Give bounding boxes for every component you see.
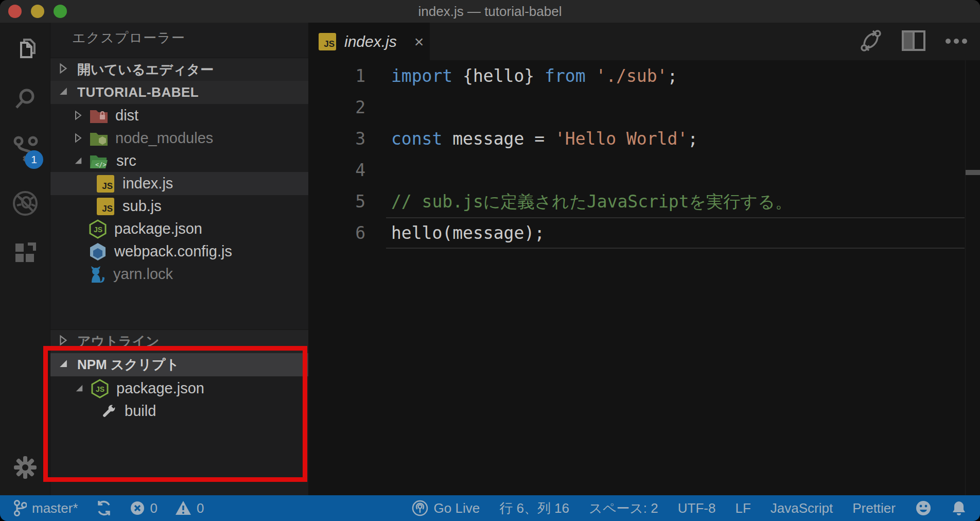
svg-text:</>: </>	[95, 161, 107, 168]
encoding-status[interactable]: UTF-8	[678, 500, 716, 516]
warnings-status[interactable]: 0	[175, 500, 204, 516]
nodejs-icon: JS	[89, 219, 107, 239]
sync-button[interactable]	[96, 500, 112, 516]
git-branch-status[interactable]: master*	[13, 499, 78, 517]
files-icon	[12, 36, 39, 62]
current-line-highlight	[386, 217, 965, 249]
extensions-view-button[interactable]	[0, 239, 50, 268]
yarn-icon	[89, 265, 106, 284]
tree-item-index-js[interactable]: JS index.js	[50, 172, 308, 195]
extensions-icon	[12, 240, 38, 266]
sidebar-title: エクスプローラー	[72, 23, 185, 49]
search-view-button[interactable]	[0, 84, 50, 113]
tree-item-node-modules[interactable]: node_modules	[50, 127, 308, 150]
broadcast-icon	[411, 499, 429, 517]
cursor-position[interactable]: 行 6、列 16	[499, 499, 569, 517]
language-mode-status[interactable]: JavaScript	[771, 500, 833, 516]
error-circle-icon	[130, 500, 145, 516]
window-title: index.js — tutorial-babel	[0, 0, 980, 23]
tree-item-dist[interactable]: dist	[50, 104, 308, 127]
explorer-sidebar: エクスプローラー 開いているエディター TUTORIAL-BABEL dist	[50, 23, 308, 495]
js-file-icon: JS	[319, 33, 336, 50]
notifications-button[interactable]	[951, 500, 967, 516]
code-editor[interactable]: 1import {hello} from './sub'; 2 3const m…	[308, 60, 966, 495]
js-file-icon: JS	[97, 175, 114, 193]
formatter-status[interactable]: Prettier	[852, 500, 896, 516]
minimize-window-button[interactable]	[31, 5, 44, 18]
code-line-5[interactable]: 5// sub.jsに定義されたJavaScriptを実行する。	[308, 186, 966, 217]
bell-icon	[951, 500, 967, 516]
project-root-header[interactable]: TUTORIAL-BABEL	[50, 81, 308, 104]
overview-ruler	[965, 60, 966, 495]
tab-index-js[interactable]: JS index.js ×	[308, 23, 430, 60]
js-file-icon: JS	[97, 198, 114, 215]
chevron-right-icon	[58, 62, 69, 78]
zoom-window-button[interactable]	[54, 5, 67, 18]
editor-actions	[860, 23, 968, 60]
folder-dist-icon	[90, 108, 108, 124]
code-line-1[interactable]: 1import {hello} from './sub';	[308, 60, 966, 92]
chevron-right-icon	[73, 107, 83, 124]
errors-status[interactable]: 0	[130, 500, 157, 516]
vscode-window: index.js — tutorial-babel 1	[0, 0, 980, 521]
go-live-button[interactable]: Go Live	[411, 499, 480, 517]
open-editors-header[interactable]: 開いているエディター	[50, 58, 308, 82]
debug-view-button[interactable]	[0, 189, 50, 218]
split-editor-icon[interactable]	[902, 30, 925, 53]
smiley-icon	[915, 500, 932, 516]
traffic-lights	[8, 5, 67, 18]
chevron-expanded-icon	[58, 84, 69, 100]
scrollbar-decoration[interactable]	[966, 170, 980, 175]
close-window-button[interactable]	[8, 5, 22, 18]
feedback-button[interactable]	[915, 500, 932, 516]
chevron-right-icon	[73, 130, 83, 147]
close-tab-icon[interactable]: ×	[414, 33, 424, 50]
code-line-4[interactable]: 4	[308, 154, 966, 186]
search-icon	[12, 85, 39, 112]
tree-item-webpack-config[interactable]: webpack.config.js	[50, 240, 308, 263]
webpack-icon	[89, 242, 107, 262]
sync-icon	[96, 500, 112, 516]
svg-text:JS: JS	[94, 225, 102, 234]
tab-label: index.js	[344, 33, 397, 50]
tree-item-src[interactable]: </> src	[50, 149, 308, 172]
titlebar: index.js — tutorial-babel	[0, 0, 980, 23]
gear-icon	[12, 454, 39, 481]
tree-item-yarn-lock[interactable]: yarn.lock	[50, 263, 308, 286]
chevron-expanded-icon	[73, 152, 83, 169]
settings-button[interactable]	[0, 453, 50, 482]
open-changes-icon[interactable]	[860, 29, 882, 55]
annotation-highlight-box	[43, 346, 307, 482]
eol-status[interactable]: LF	[735, 500, 750, 516]
code-line-2[interactable]: 2	[308, 92, 966, 123]
code-line-6-current[interactable]: 6hello(message);	[308, 217, 966, 249]
code-line-3[interactable]: 3const message = 'Hello World';	[308, 123, 966, 154]
source-control-view-button[interactable]: 1	[0, 136, 50, 165]
indentation-status[interactable]: スペース: 2	[589, 499, 658, 517]
more-actions-icon[interactable]	[945, 37, 968, 46]
status-bar: master* 0 0	[0, 495, 980, 521]
folder-node-modules-icon	[90, 131, 108, 146]
scm-changes-badge: 1	[25, 150, 43, 169]
tab-bar: JS index.js ×	[308, 23, 980, 60]
editor-pane: JS index.js × 1import {hello} from './su…	[308, 23, 980, 495]
folder-src-open-icon: </>	[90, 153, 109, 169]
explorer-view-button[interactable]	[0, 34, 50, 63]
tree-item-package-json[interactable]: JS package.json	[50, 217, 308, 240]
warning-triangle-icon	[175, 500, 191, 516]
debug-disabled-icon	[11, 189, 40, 218]
tree-item-sub-js[interactable]: JS sub.js	[50, 195, 308, 218]
git-branch-icon	[13, 499, 27, 517]
